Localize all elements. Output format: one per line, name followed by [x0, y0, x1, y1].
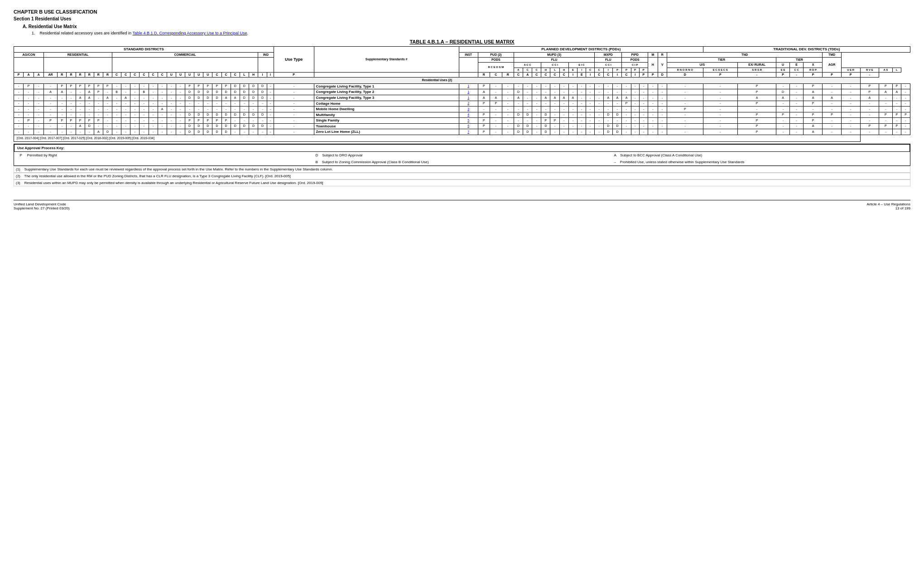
agr-header: AGR: [823, 57, 841, 72]
tmd-tier-header: TIER: [776, 57, 823, 62]
col-r5: R: [94, 72, 103, 77]
mxpd-flu-header: FLU: [595, 57, 622, 62]
pdd-i1: I: [568, 72, 577, 77]
supp-link-mobile[interactable]: 3: [467, 107, 469, 111]
table-row: ---------- -------- ----- ---- -- Cottag…: [14, 101, 910, 107]
col-u5: U: [203, 72, 212, 77]
pdd-c2: C: [514, 72, 523, 77]
key-p: P Permitted by Right: [14, 152, 313, 159]
col-ch: C: [149, 72, 158, 77]
pdd-c3: C: [532, 72, 541, 77]
tnd-e2: E E: [776, 68, 789, 72]
pdd-d1: D: [658, 72, 667, 77]
tmd-header-top: TMD: [823, 52, 841, 57]
ord-text: [Ord. 2017-004] [Ord. 2017-007] [Ord. 20…: [14, 135, 861, 142]
tmd-r2: R V E: [860, 68, 879, 72]
col-u4: U: [194, 72, 203, 77]
pdd-c8: C: [604, 72, 613, 77]
table-link[interactable]: Table 4.B.1.D, Corresponding Accessory U…: [132, 31, 247, 35]
pdd-c4: C: [541, 72, 550, 77]
table-row: -P--PPPPPP -------- PPPPP DDDD -- Congre…: [14, 83, 910, 89]
footnote-2: (2) The only residential use allowed in …: [14, 173, 910, 180]
table-row: ------AD-- -------- DDDDD DDDD -- Townho…: [14, 123, 910, 129]
key-row-1: P Permitted by Right D Subject to DRO Ap…: [14, 152, 910, 159]
empty3: [841, 63, 910, 68]
empty2: [841, 57, 910, 62]
u-header: U: [776, 63, 789, 68]
tmd-l: L: [892, 68, 901, 72]
pdd-a1: A: [523, 72, 532, 77]
col-r4: R: [85, 72, 94, 77]
col-iro-h: H: [249, 72, 258, 77]
pdd-c9: C: [622, 72, 631, 77]
supp-link-2a[interactable]: 1: [467, 90, 469, 93]
use-approval-label: Use Approval Process Key:: [14, 145, 910, 152]
use-type-zll: Zero Lot Line Home (ZLL): [314, 129, 459, 135]
use-type-clf3: Congregate Living Facility, Type 3: [314, 95, 459, 101]
section-title: Section 1 Residential Uses: [14, 16, 910, 21]
tdd-p2: P: [776, 72, 789, 77]
supp-standards-header: Supplementary Standards #: [314, 47, 459, 73]
use-type-col-header: [314, 72, 459, 77]
col-flu2: C: [221, 72, 231, 77]
supp-link-town[interactable]: 6: [467, 124, 469, 127]
key-row-2: B Subject to Zoning Commission Approval …: [14, 159, 910, 165]
col-cn: C: [130, 72, 140, 77]
exrural-header: EX/ RURAL: [737, 63, 776, 68]
chapter-title: CHAPTER B USE CLASSIFICATION: [14, 9, 910, 15]
table-title: TABLE 4.B.1.A – RESIDENTIAL USE MATRIX: [14, 39, 910, 44]
r-sub: V: [658, 57, 667, 72]
col-a2: A: [34, 72, 43, 77]
tdd-d2: -: [789, 72, 804, 77]
empty4: [901, 68, 910, 72]
standard-districts-header: STANDARD DISTRICTS: [14, 47, 274, 53]
empty-tdd: [841, 52, 910, 57]
supp-link-3a[interactable]: 1: [467, 96, 469, 99]
supp-link-1[interactable]: 1: [467, 84, 469, 87]
key-a: A Subject to BCC Approval (Class A Condi…: [611, 152, 910, 159]
col-u3: U: [185, 72, 194, 77]
pud2-header: PUD (2): [478, 52, 514, 57]
use-type-clf2: Congregate Living Facility, Type 2: [314, 89, 459, 95]
use-type-clf1: Congregate Living Facility, Type 1: [314, 83, 459, 89]
key-row-header: Use Approval Process Key:: [14, 145, 910, 152]
supp-link-zll[interactable]: 7: [467, 130, 469, 133]
subsection-title: A. Residential Use Matrix: [23, 24, 910, 29]
use-type-header: Use Type: [274, 47, 314, 73]
supp-link-multi[interactable]: 4: [467, 113, 469, 116]
flu-e1: E: [568, 68, 577, 72]
residential-uses-row-header: Residential Uses (2): [14, 78, 861, 83]
tnd-e: E C S E C S: [703, 68, 737, 72]
tdd-header: TRADITIONAL DEV. DISTRICTS (TDDs): [703, 47, 910, 53]
pdd-i4: I: [631, 72, 639, 77]
key-table: Use Approval Process Key: P Permitted by…: [14, 144, 910, 165]
agcon-sub: [14, 57, 44, 72]
supp-link-sf[interactable]: 5: [467, 119, 469, 122]
table-row: ---AA--AP- B--B---- DDDDD DDDD -- Congre…: [14, 89, 910, 95]
m-sub: H: [648, 57, 658, 72]
tdd-p5: P: [841, 72, 860, 77]
pipd-p4: P: [639, 68, 648, 72]
commercial-header: COMMERCIAL: [112, 52, 258, 57]
pdd-r: R: [478, 72, 490, 77]
flu-c: C: [532, 68, 541, 72]
col-a1: A: [24, 72, 34, 77]
tdd-p1: P: [703, 72, 737, 77]
inst-header: INST: [459, 52, 478, 57]
ind-sub: [258, 57, 274, 72]
pods-sub: R C E O S M: [478, 63, 514, 73]
table-row: ------AA-A -A------ DDDDA ADDD -- Congre…: [14, 95, 910, 101]
key-d: D Subject to DRO Approval: [313, 152, 611, 159]
use-type-cottage: Cottage Home: [314, 101, 459, 107]
pipd-header: PIPD: [622, 52, 648, 57]
col-iro-l: L: [240, 72, 249, 77]
supp-link-cottage[interactable]: 2: [467, 102, 469, 105]
m-header: M: [648, 52, 658, 57]
note-text: 1. Residential related accessory uses ar…: [32, 31, 910, 35]
pipd-pods-header: PODS: [622, 57, 648, 62]
col-cl: C: [140, 72, 149, 77]
col-flu3: C: [231, 72, 240, 77]
pdd-c7: C: [595, 72, 604, 77]
us-header: U/S: [667, 63, 737, 68]
flu-l: L: [550, 68, 559, 72]
